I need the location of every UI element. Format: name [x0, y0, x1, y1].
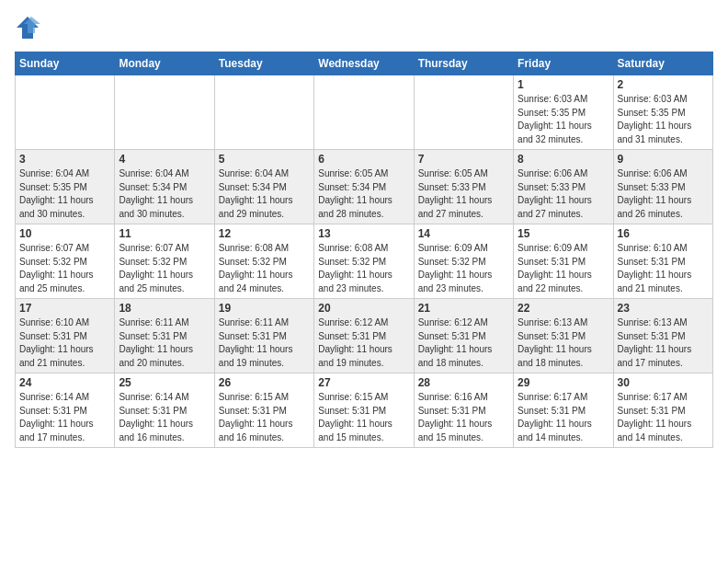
cell-date-number: 21: [418, 302, 509, 315]
cell-date-number: 25: [119, 376, 210, 389]
calendar-cell: [214, 75, 313, 150]
cell-date-number: 16: [618, 227, 709, 240]
cell-info-text: Sunrise: 6:17 AM Sunset: 5:31 PM Dayligh…: [618, 391, 709, 444]
calendar-cell: 26Sunrise: 6:15 AM Sunset: 5:31 PM Dayli…: [214, 373, 313, 448]
header-sunday: Sunday: [16, 52, 115, 75]
calendar-cell: 13Sunrise: 6:08 AM Sunset: 5:32 PM Dayli…: [314, 224, 414, 299]
header-saturday: Saturday: [613, 52, 712, 75]
cell-date-number: 26: [219, 376, 310, 389]
calendar-cell: 1Sunrise: 6:03 AM Sunset: 5:35 PM Daylig…: [514, 75, 613, 150]
cell-date-number: 9: [618, 153, 709, 166]
page-header: [15, 15, 713, 40]
header-thursday: Thursday: [414, 52, 513, 75]
calendar-cell: 12Sunrise: 6:08 AM Sunset: 5:32 PM Dayli…: [214, 224, 313, 299]
calendar-cell: 16Sunrise: 6:10 AM Sunset: 5:31 PM Dayli…: [613, 224, 712, 299]
cell-date-number: 15: [518, 227, 609, 240]
header-tuesday: Tuesday: [214, 52, 313, 75]
cell-info-text: Sunrise: 6:04 AM Sunset: 5:34 PM Dayligh…: [219, 167, 310, 221]
cell-date-number: 10: [19, 227, 110, 240]
cell-date-number: 3: [19, 153, 110, 166]
calendar-cell: 2Sunrise: 6:03 AM Sunset: 5:35 PM Daylig…: [613, 75, 712, 150]
calendar-cell: 22Sunrise: 6:13 AM Sunset: 5:31 PM Dayli…: [514, 299, 613, 373]
cell-date-number: 18: [119, 302, 210, 315]
cell-info-text: Sunrise: 6:13 AM Sunset: 5:31 PM Dayligh…: [618, 316, 709, 370]
cell-info-text: Sunrise: 6:03 AM Sunset: 5:35 PM Dayligh…: [518, 93, 609, 146]
cell-info-text: Sunrise: 6:14 AM Sunset: 5:31 PM Dayligh…: [19, 391, 110, 444]
cell-info-text: Sunrise: 6:13 AM Sunset: 5:31 PM Dayligh…: [518, 316, 609, 370]
cell-date-number: 6: [318, 153, 409, 166]
calendar-week-row: 10Sunrise: 6:07 AM Sunset: 5:32 PM Dayli…: [16, 224, 713, 299]
cell-info-text: Sunrise: 6:04 AM Sunset: 5:34 PM Dayligh…: [119, 167, 210, 221]
cell-info-text: Sunrise: 6:09 AM Sunset: 5:32 PM Dayligh…: [418, 242, 509, 295]
cell-info-text: Sunrise: 6:07 AM Sunset: 5:32 PM Dayligh…: [119, 242, 210, 295]
cell-date-number: 29: [518, 376, 609, 389]
cell-info-text: Sunrise: 6:17 AM Sunset: 5:31 PM Dayligh…: [518, 391, 609, 444]
cell-date-number: 11: [119, 227, 210, 240]
cell-date-number: 5: [219, 153, 310, 166]
calendar-week-row: 1Sunrise: 6:03 AM Sunset: 5:35 PM Daylig…: [16, 75, 713, 150]
calendar-cell: 6Sunrise: 6:05 AM Sunset: 5:34 PM Daylig…: [314, 150, 414, 224]
calendar-cell: 20Sunrise: 6:12 AM Sunset: 5:31 PM Dayli…: [314, 299, 414, 373]
calendar-table: SundayMondayTuesdayWednesdayThursdayFrid…: [15, 52, 713, 448]
cell-info-text: Sunrise: 6:08 AM Sunset: 5:32 PM Dayligh…: [219, 242, 310, 295]
cell-date-number: 17: [19, 302, 110, 315]
calendar-cell: 14Sunrise: 6:09 AM Sunset: 5:32 PM Dayli…: [414, 224, 513, 299]
cell-date-number: 12: [219, 227, 310, 240]
calendar-cell: [16, 75, 115, 150]
calendar-cell: 24Sunrise: 6:14 AM Sunset: 5:31 PM Dayli…: [16, 373, 115, 448]
calendar-cell: 5Sunrise: 6:04 AM Sunset: 5:34 PM Daylig…: [214, 150, 313, 224]
cell-info-text: Sunrise: 6:06 AM Sunset: 5:33 PM Dayligh…: [518, 167, 609, 221]
cell-info-text: Sunrise: 6:04 AM Sunset: 5:35 PM Dayligh…: [19, 167, 110, 221]
cell-info-text: Sunrise: 6:07 AM Sunset: 5:32 PM Dayligh…: [19, 242, 110, 295]
calendar-cell: 30Sunrise: 6:17 AM Sunset: 5:31 PM Dayli…: [613, 373, 712, 448]
calendar-week-row: 17Sunrise: 6:10 AM Sunset: 5:31 PM Dayli…: [16, 299, 713, 373]
cell-info-text: Sunrise: 6:06 AM Sunset: 5:33 PM Dayligh…: [618, 167, 709, 221]
calendar-cell: 23Sunrise: 6:13 AM Sunset: 5:31 PM Dayli…: [613, 299, 712, 373]
calendar-cell: 11Sunrise: 6:07 AM Sunset: 5:32 PM Dayli…: [115, 224, 214, 299]
cell-info-text: Sunrise: 6:10 AM Sunset: 5:31 PM Dayligh…: [618, 242, 709, 295]
calendar-cell: 10Sunrise: 6:07 AM Sunset: 5:32 PM Dayli…: [16, 224, 115, 299]
cell-info-text: Sunrise: 6:14 AM Sunset: 5:31 PM Dayligh…: [119, 391, 210, 444]
calendar-cell: [314, 75, 414, 150]
cell-info-text: Sunrise: 6:03 AM Sunset: 5:35 PM Dayligh…: [618, 93, 709, 146]
cell-info-text: Sunrise: 6:10 AM Sunset: 5:31 PM Dayligh…: [19, 316, 110, 370]
cell-info-text: Sunrise: 6:05 AM Sunset: 5:34 PM Dayligh…: [318, 167, 409, 221]
cell-date-number: 4: [119, 153, 210, 166]
calendar-cell: 9Sunrise: 6:06 AM Sunset: 5:33 PM Daylig…: [613, 150, 712, 224]
cell-info-text: Sunrise: 6:11 AM Sunset: 5:31 PM Dayligh…: [219, 316, 310, 370]
cell-info-text: Sunrise: 6:08 AM Sunset: 5:32 PM Dayligh…: [318, 242, 409, 295]
calendar-cell: 18Sunrise: 6:11 AM Sunset: 5:31 PM Dayli…: [115, 299, 214, 373]
cell-date-number: 8: [518, 153, 609, 166]
header-friday: Friday: [514, 52, 613, 75]
cell-info-text: Sunrise: 6:12 AM Sunset: 5:31 PM Dayligh…: [418, 316, 509, 370]
calendar-cell: 25Sunrise: 6:14 AM Sunset: 5:31 PM Dayli…: [115, 373, 214, 448]
header-wednesday: Wednesday: [314, 52, 414, 75]
calendar-cell: 21Sunrise: 6:12 AM Sunset: 5:31 PM Dayli…: [414, 299, 513, 373]
calendar-cell: 29Sunrise: 6:17 AM Sunset: 5:31 PM Dayli…: [514, 373, 613, 448]
calendar-cell: 4Sunrise: 6:04 AM Sunset: 5:34 PM Daylig…: [115, 150, 214, 224]
cell-info-text: Sunrise: 6:16 AM Sunset: 5:31 PM Dayligh…: [418, 391, 509, 444]
calendar-week-row: 3Sunrise: 6:04 AM Sunset: 5:35 PM Daylig…: [16, 150, 713, 224]
cell-date-number: 1: [518, 78, 609, 91]
cell-info-text: Sunrise: 6:05 AM Sunset: 5:33 PM Dayligh…: [418, 167, 509, 221]
cell-info-text: Sunrise: 6:12 AM Sunset: 5:31 PM Dayligh…: [318, 316, 409, 370]
logo-icon: [15, 15, 40, 40]
calendar-week-row: 24Sunrise: 6:14 AM Sunset: 5:31 PM Dayli…: [16, 373, 713, 448]
calendar-cell: 3Sunrise: 6:04 AM Sunset: 5:35 PM Daylig…: [16, 150, 115, 224]
calendar-cell: 15Sunrise: 6:09 AM Sunset: 5:31 PM Dayli…: [514, 224, 613, 299]
calendar-header-row: SundayMondayTuesdayWednesdayThursdayFrid…: [16, 52, 713, 75]
cell-date-number: 30: [618, 376, 709, 389]
cell-date-number: 14: [418, 227, 509, 240]
cell-date-number: 19: [219, 302, 310, 315]
logo: [15, 15, 44, 40]
calendar-cell: 17Sunrise: 6:10 AM Sunset: 5:31 PM Dayli…: [16, 299, 115, 373]
calendar-cell: 19Sunrise: 6:11 AM Sunset: 5:31 PM Dayli…: [214, 299, 313, 373]
cell-info-text: Sunrise: 6:09 AM Sunset: 5:31 PM Dayligh…: [518, 242, 609, 295]
cell-date-number: 2: [618, 78, 709, 91]
header-monday: Monday: [115, 52, 214, 75]
cell-date-number: 24: [19, 376, 110, 389]
calendar-cell: 8Sunrise: 6:06 AM Sunset: 5:33 PM Daylig…: [514, 150, 613, 224]
cell-info-text: Sunrise: 6:15 AM Sunset: 5:31 PM Dayligh…: [318, 391, 409, 444]
cell-date-number: 7: [418, 153, 509, 166]
cell-date-number: 20: [318, 302, 409, 315]
